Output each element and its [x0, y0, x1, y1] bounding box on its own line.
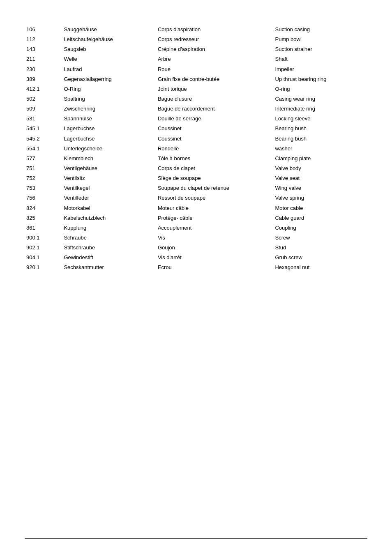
table-row: 106SauggehäuseCorps d'aspirationSuction …	[25, 25, 367, 35]
part-number: 143	[25, 44, 62, 54]
part-number: 900.1	[25, 233, 62, 243]
part-number: 509	[25, 104, 62, 114]
part-number: 577	[25, 154, 62, 164]
part-name-german: Klemmblech	[62, 154, 156, 164]
part-name-english: Suction casing	[273, 25, 367, 35]
part-name-french: Vis	[156, 233, 274, 243]
part-name-german: Spaltring	[62, 94, 156, 104]
part-name-english: Impeller	[273, 64, 367, 74]
part-name-german: Kabelschutzblech	[62, 213, 156, 223]
part-number: 751	[25, 164, 62, 173]
table-row: 902.1StiftschraubeGoujonStud	[25, 243, 367, 253]
part-name-german: Gegenaxiallagerring	[62, 74, 156, 84]
part-name-german: Unterlegscheibe	[62, 144, 156, 154]
table-row: 112LeitschaufelgehäuseCorps redresseurPu…	[25, 35, 367, 44]
part-number: 824	[25, 203, 62, 213]
table-row: 756VentilfederRessort de soupapeValve sp…	[25, 193, 367, 203]
part-name-english: washer	[273, 144, 367, 154]
part-name-french: Moteur câble	[156, 203, 274, 213]
part-name-german: Lagerbuchse	[62, 134, 156, 144]
table-row: 904.1GewindestiftVis d'arrêtGrub screw	[25, 253, 367, 263]
footer-line	[25, 538, 367, 539]
part-name-french: Ressort de soupape	[156, 193, 274, 203]
part-name-french: Protège- câble	[156, 213, 274, 223]
table-row: 502SpaltringBague d'usureCasing wear rin…	[25, 94, 367, 104]
parts-table: 106SauggehäuseCorps d'aspirationSuction …	[25, 25, 367, 273]
part-name-french: Goujon	[156, 243, 274, 253]
part-name-german: Welle	[62, 54, 156, 64]
part-name-english: Valve body	[273, 164, 367, 173]
part-name-french: Bague d'usure	[156, 94, 274, 104]
part-name-french: Arbre	[156, 54, 274, 64]
part-name-english: Up thrust bearing ring	[273, 74, 367, 84]
part-name-french: Rondelle	[156, 144, 274, 154]
part-name-english: Screw	[273, 233, 367, 243]
part-name-english: Shaft	[273, 54, 367, 64]
part-number: 753	[25, 183, 62, 193]
part-number: 825	[25, 213, 62, 223]
part-name-german: Kupplung	[62, 223, 156, 233]
table-row: 824MotorkabelMoteur câbleMotor cable	[25, 203, 367, 213]
part-name-german: Ventilgehäuse	[62, 164, 156, 173]
part-name-english: Intermediate ring	[273, 104, 367, 114]
part-name-french: Siège de soupape	[156, 173, 274, 183]
part-name-french: Coussinet	[156, 134, 274, 144]
part-name-german: Ventilfeder	[62, 193, 156, 203]
part-number: 545.1	[25, 124, 62, 134]
part-number: 211	[25, 54, 62, 64]
table-row: 825KabelschutzblechProtège- câbleCable g…	[25, 213, 367, 223]
part-name-english: Coupling	[273, 223, 367, 233]
part-name-english: Grub screw	[273, 253, 367, 263]
part-name-french: Joint torique	[156, 84, 274, 94]
part-name-german: Gewindestift	[62, 253, 156, 263]
part-name-german: Spannhülse	[62, 114, 156, 124]
table-row: 531SpannhülseDouille de serrageLocking s…	[25, 114, 367, 124]
part-name-german: Leitschaufelgehäuse	[62, 35, 156, 44]
part-name-french: Vis d'arrêt	[156, 253, 274, 263]
part-name-french: Corps de clapet	[156, 164, 274, 173]
part-name-english: Hexagonal nut	[273, 263, 367, 272]
table-row: 554.1UnterlegscheibeRondellewasher	[25, 144, 367, 154]
part-name-english: Wing valve	[273, 183, 367, 193]
part-name-english: Valve seat	[273, 173, 367, 183]
part-name-german: Ventilsitz	[62, 173, 156, 183]
table-row: 751VentilgehäuseCorps de clapetValve bod…	[25, 164, 367, 173]
part-number: 752	[25, 173, 62, 183]
part-number: 112	[25, 35, 62, 44]
part-number: 554.1	[25, 144, 62, 154]
table-row: 143SaugsiebCrépine d'aspirationSuction s…	[25, 44, 367, 54]
table-row: 753VentilkegelSoupape du clapet de reten…	[25, 183, 367, 193]
table-row: 412.1O-RingJoint toriqueO-ring	[25, 84, 367, 94]
part-name-french: Douille de serrage	[156, 114, 274, 124]
part-name-german: Saugsieb	[62, 44, 156, 54]
table-row: 389GegenaxiallagerringGrain fixe de cont…	[25, 74, 367, 84]
part-name-english: Pump bowl	[273, 35, 367, 44]
part-name-english: Bearing bush	[273, 134, 367, 144]
part-name-english: Motor cable	[273, 203, 367, 213]
table-row: 230LaufradRoueImpeller	[25, 64, 367, 74]
table-row: 509ZwischenringBague de raccordementInte…	[25, 104, 367, 114]
part-name-english: Bearing bush	[273, 124, 367, 134]
part-name-french: Corps d'aspiration	[156, 25, 274, 35]
part-name-english: Stud	[273, 243, 367, 253]
part-number: 904.1	[25, 253, 62, 263]
part-number: 545.2	[25, 134, 62, 144]
part-number: 756	[25, 193, 62, 203]
part-number: 861	[25, 223, 62, 233]
part-name-english: Cable guard	[273, 213, 367, 223]
part-name-french: Grain fixe de contre-butée	[156, 74, 274, 84]
part-name-english: Locking sleeve	[273, 114, 367, 124]
part-name-french: Accouplement	[156, 223, 274, 233]
page: 106SauggehäuseCorps d'aspirationSuction …	[0, 0, 392, 289]
part-number: 230	[25, 64, 62, 74]
part-number: 920.1	[25, 263, 62, 272]
part-name-english: Suction strainer	[273, 44, 367, 54]
part-name-english: Valve spring	[273, 193, 367, 203]
table-row: 920.1SechskantmutterEcrouHexagonal nut	[25, 263, 367, 272]
table-row: 577KlemmblechTôle à bornesClamping plate	[25, 154, 367, 164]
part-name-german: Lagerbuchse	[62, 124, 156, 134]
part-name-german: Schraube	[62, 233, 156, 243]
part-name-german: Laufrad	[62, 64, 156, 74]
part-name-german: Stiftschraube	[62, 243, 156, 253]
table-row: 861KupplungAccouplementCoupling	[25, 223, 367, 233]
